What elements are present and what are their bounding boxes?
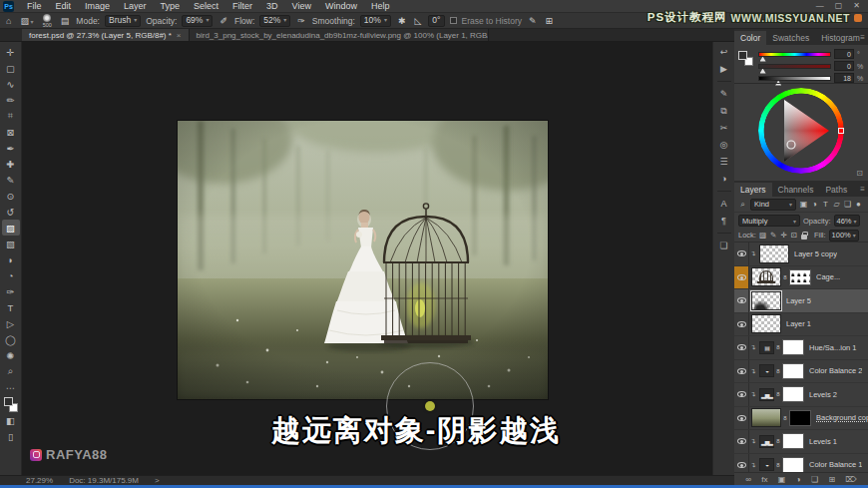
actions-panel-icon[interactable]: ▶	[716, 62, 732, 76]
filter-switch-icon[interactable]: ●	[854, 200, 863, 209]
layer-visibility-cell[interactable]	[734, 289, 749, 312]
history-panel-icon[interactable]: ↩	[716, 45, 732, 59]
brush-settings-toggle-icon[interactable]: ▤	[59, 16, 72, 26]
adjustment-layer-icon[interactable]: ▤	[759, 341, 774, 354]
adjustments-panel-icon[interactable]: ◑	[716, 172, 732, 186]
layer-mask-thumbnail[interactable]	[782, 433, 804, 449]
foreground-color-swatch[interactable]	[4, 397, 13, 406]
layer-thumbnail[interactable]	[751, 314, 781, 333]
gradient-tool[interactable]: ▧	[2, 236, 20, 251]
filter-type-layers-icon[interactable]: T	[821, 200, 830, 209]
layer-thumbnail[interactable]	[751, 291, 781, 310]
layer-row-7[interactable]: ↴▂▅▂8Levels 2	[734, 383, 868, 407]
brightness-slider[interactable]	[758, 76, 831, 81]
layer-row-4[interactable]: Layer 1	[734, 313, 868, 337]
layer-mask-thumbnail[interactable]	[782, 339, 804, 355]
layer-row-1[interactable]: ↴Layer 5 copy	[734, 243, 868, 266]
menu-edit[interactable]: Edit	[49, 0, 79, 13]
tab-close-icon[interactable]: ×	[177, 31, 182, 40]
layers-panel-menu-icon[interactable]: ≡	[860, 185, 865, 194]
menu-image[interactable]: Image	[78, 0, 117, 13]
zoom-tool[interactable]: ⌕	[2, 363, 20, 379]
layer-name[interactable]: Color Balance 2	[809, 366, 862, 375]
layer-mask-thumbnail[interactable]	[789, 269, 811, 285]
properties-panel-icon[interactable]: ☰	[716, 155, 732, 169]
character-panel-icon[interactable]: A	[716, 197, 732, 211]
layer-row-2[interactable]: 8Cage...	[734, 266, 868, 290]
clone-stamp-tool[interactable]: ⊙	[2, 188, 20, 204]
layer-thumbnail[interactable]	[759, 244, 789, 263]
lock-transparency-icon[interactable]: ▨	[759, 231, 766, 240]
brush-settings-panel-icon[interactable]: ✎	[716, 87, 732, 101]
layer-name[interactable]: Levels 1	[809, 437, 837, 446]
brightness-slider-value[interactable]: 18	[834, 73, 854, 83]
clone-source-panel-icon[interactable]: ⧉	[716, 104, 732, 118]
brush-tool[interactable]: ✎	[2, 172, 20, 188]
foreground-color-swatch[interactable]	[738, 51, 747, 60]
airbrush-icon[interactable]: ✑	[295, 16, 307, 26]
menu-view[interactable]: View	[285, 0, 318, 13]
layer-visibility-cell[interactable]	[734, 266, 749, 289]
tab-channels[interactable]: Channels	[772, 183, 820, 197]
home-icon[interactable]: ⌂	[4, 16, 13, 26]
layer-thumbnail[interactable]	[751, 267, 781, 286]
smoothing-options-gear-icon[interactable]: ✱	[396, 16, 408, 26]
mode-select[interactable]: Brush▾	[105, 15, 141, 27]
layer-visibility-cell[interactable]	[734, 360, 749, 383]
layer-name[interactable]: Hue/Sa...ion 1	[809, 343, 857, 352]
brush-preset-picker[interactable]: 500	[43, 14, 52, 27]
tab-paths[interactable]: Paths	[819, 183, 853, 197]
hue-marker[interactable]	[838, 128, 844, 134]
layer-visibility-cell[interactable]	[734, 336, 749, 359]
shape-tool[interactable]: ◯	[2, 331, 20, 347]
symmetry-icon[interactable]: ⊞	[544, 16, 556, 26]
foreground-background-swatches-icon[interactable]	[738, 51, 753, 66]
history-brush-tool[interactable]: ↺	[2, 204, 20, 220]
add-mask-icon[interactable]: ▣	[778, 475, 786, 484]
lasso-tool[interactable]: ∿	[2, 76, 20, 92]
erase-to-history-checkbox[interactable]	[450, 17, 457, 24]
opacity-select[interactable]: 69%▾	[182, 15, 213, 27]
layer-row-3[interactable]: Layer 5	[734, 289, 868, 313]
layer-visibility-cell[interactable]	[734, 430, 749, 453]
tab-color[interactable]: Color	[734, 31, 766, 45]
menu-file[interactable]: File	[20, 0, 49, 13]
pen-tool[interactable]: ✑	[2, 283, 20, 299]
smoothing-select[interactable]: 10%▾	[360, 15, 391, 27]
filter-smart-objects-icon[interactable]: ❏	[843, 200, 852, 209]
layer-mask-thumbnail[interactable]	[782, 363, 804, 379]
layer-visibility-cell[interactable]	[734, 243, 749, 265]
path-selection-tool[interactable]: ▷	[2, 315, 20, 331]
filter-pixel-layers-icon[interactable]: ▣	[799, 200, 808, 209]
marquee-tool[interactable]: ▢	[2, 60, 20, 76]
adjustment-layer-icon[interactable]: ◒	[759, 364, 774, 377]
layer-name[interactable]: Cage...	[816, 272, 840, 281]
document-tab-2[interactable]: bird_3_png_stock_by_elenadudina_db9b1mz-…	[190, 29, 489, 41]
hue-slider[interactable]	[758, 52, 831, 57]
delete-layer-icon[interactable]: ⌦	[845, 475, 856, 484]
new-group-icon[interactable]: ❏	[811, 475, 818, 484]
saturation-brightness-triangle[interactable]	[758, 88, 844, 174]
layer-mask-thumbnail[interactable]	[782, 457, 804, 472]
eraser-tool[interactable]: ▨	[2, 220, 20, 236]
menu-type[interactable]: Type	[154, 0, 188, 13]
fill-select[interactable]: 100%▾	[829, 230, 859, 242]
tab-swatches[interactable]: Swatches	[766, 31, 815, 45]
lock-position-icon[interactable]: ✛	[780, 231, 786, 240]
layer-name[interactable]: Layer 5 copy	[794, 249, 837, 258]
layer-visibility-cell[interactable]	[734, 407, 749, 430]
adjustment-layer-icon[interactable]: ▂▅▂	[759, 388, 774, 401]
quick-selection-tool[interactable]: ✏	[2, 92, 20, 108]
healing-brush-tool[interactable]: ✚	[2, 156, 20, 172]
crop-tool[interactable]: ⌗	[2, 108, 20, 124]
filter-adjustment-layers-icon[interactable]: ◑	[810, 200, 819, 209]
adjustment-layer-icon[interactable]: ◒	[759, 458, 774, 471]
saturation-slider-handle[interactable]	[760, 69, 766, 74]
canvas-area[interactable]: 越远离对象-阴影越浅 RAFYA88	[22, 42, 712, 475]
status-arrow-icon[interactable]: >	[155, 476, 160, 485]
menu-filter[interactable]: Filter	[225, 0, 259, 13]
frame-tool[interactable]: ⊠	[2, 124, 20, 140]
adjustment-layer-icon[interactable]: ▂▅▂	[759, 435, 774, 448]
lock-pixels-icon[interactable]: ✎	[770, 231, 776, 240]
layer-row-9[interactable]: ↴▂▅▂8Levels 1	[734, 430, 868, 454]
